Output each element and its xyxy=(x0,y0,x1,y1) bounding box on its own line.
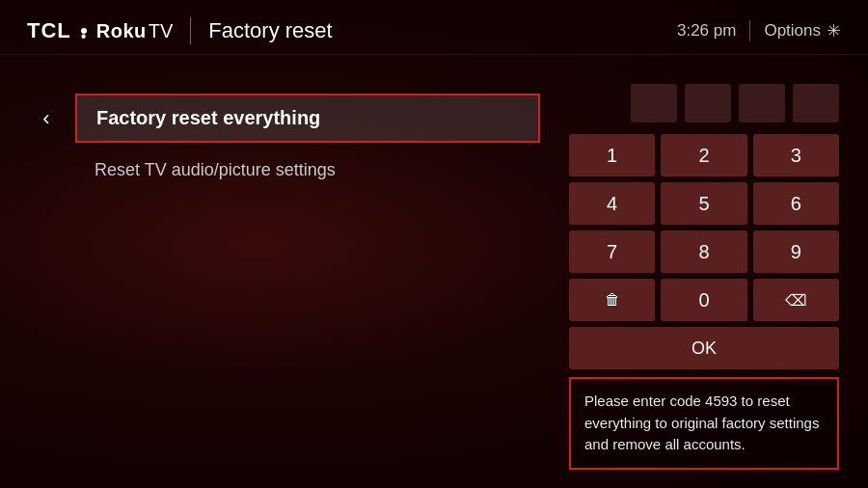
logo-area: TCL • Roku TV xyxy=(27,18,173,43)
keypad: 1 2 3 4 5 6 7 8 9 🗑 0 ⌫ OK xyxy=(569,134,839,369)
menu-item-factory-reset-everything[interactable]: Factory reset everything xyxy=(75,94,540,143)
ok-button[interactable]: OK xyxy=(569,327,839,369)
options-icon: ✳ xyxy=(827,20,841,41)
back-button[interactable]: ‹ xyxy=(29,101,64,136)
header-divider xyxy=(190,17,191,44)
info-box: Please enter code 4593 to reset everythi… xyxy=(569,377,839,470)
key-4[interactable]: 4 xyxy=(569,182,655,225)
header-right: 3:26 pm Options ✳ xyxy=(677,20,841,41)
code-box-1 xyxy=(631,84,677,122)
roku-logo: Roku TV xyxy=(96,20,174,42)
header-divider2 xyxy=(749,20,750,41)
key-6[interactable]: 6 xyxy=(753,182,839,225)
logo-dot-separator: • xyxy=(81,28,87,34)
options-label: Options xyxy=(764,21,821,41)
code-input-boxes xyxy=(569,84,839,122)
key-2[interactable]: 2 xyxy=(661,134,746,176)
left-panel: ‹ Factory reset everything Reset TV audi… xyxy=(29,84,540,470)
key-7[interactable]: 7 xyxy=(569,230,655,273)
menu-item-selected-label: Factory reset everything xyxy=(96,107,320,128)
logo-tcl: TCL xyxy=(27,18,71,43)
back-btn-row: ‹ Factory reset everything xyxy=(29,94,540,143)
page-title: Factory reset xyxy=(208,18,332,43)
main-content: ‹ Factory reset everything Reset TV audi… xyxy=(0,55,868,488)
menu-item-normal-label: Reset TV audio/picture settings xyxy=(95,160,336,179)
info-box-message: Please enter code 4593 to reset everythi… xyxy=(584,393,819,452)
key-9[interactable]: 9 xyxy=(753,230,839,273)
header: TCL • Roku TV Factory reset 3:26 pm Opti… xyxy=(0,0,868,55)
right-panel: 1 2 3 4 5 6 7 8 9 🗑 0 ⌫ OK Please enter … xyxy=(569,84,839,470)
clock: 3:26 pm xyxy=(677,21,736,41)
key-clear[interactable]: 🗑 xyxy=(569,279,655,321)
options-button[interactable]: Options ✳ xyxy=(764,20,841,41)
key-3[interactable]: 3 xyxy=(753,134,839,176)
code-box-3 xyxy=(739,84,785,122)
key-0[interactable]: 0 xyxy=(661,279,746,321)
key-backspace[interactable]: ⌫ xyxy=(753,279,839,321)
key-1[interactable]: 1 xyxy=(569,134,655,176)
key-8[interactable]: 8 xyxy=(661,230,746,273)
ok-button-label: OK xyxy=(692,339,717,359)
menu-item-reset-audio-picture[interactable]: Reset TV audio/picture settings xyxy=(29,147,540,194)
code-box-4 xyxy=(793,84,839,122)
key-5[interactable]: 5 xyxy=(661,182,746,225)
code-box-2 xyxy=(685,84,731,122)
back-icon: ‹ xyxy=(42,106,49,131)
